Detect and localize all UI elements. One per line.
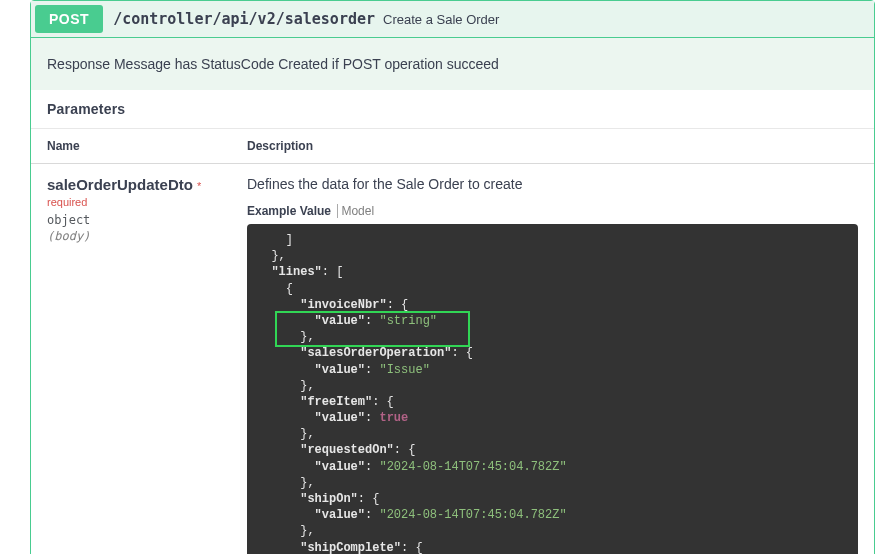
operation-description: Response Message has StatusCode Created … bbox=[31, 38, 874, 90]
endpoint-summary: Create a Sale Order bbox=[375, 12, 499, 27]
operation-summary[interactable]: POST /controller/api/v2/salesorder Creat… bbox=[31, 1, 874, 38]
column-header-description: Description bbox=[231, 129, 874, 164]
parameter-in: (body) bbox=[47, 229, 215, 243]
tab-example-value[interactable]: Example Value bbox=[247, 204, 331, 218]
endpoint-path: /controller/api/v2/salesorder bbox=[103, 10, 375, 28]
parameter-description: Defines the data for the Sale Order to c… bbox=[247, 176, 858, 192]
parameters-section-header: Parameters bbox=[31, 90, 874, 129]
tab-model[interactable]: Model bbox=[337, 204, 374, 218]
column-header-name: Name bbox=[31, 129, 231, 164]
parameter-name: saleOrderUpdateDto bbox=[47, 176, 193, 193]
parameter-type: object bbox=[47, 213, 215, 227]
http-method-badge: POST bbox=[35, 5, 103, 33]
example-value-code[interactable]: ] }, "lines": [ { "invoiceNbr": { "value… bbox=[247, 224, 858, 554]
parameter-row: saleOrderUpdateDto* required object (bod… bbox=[31, 164, 874, 555]
